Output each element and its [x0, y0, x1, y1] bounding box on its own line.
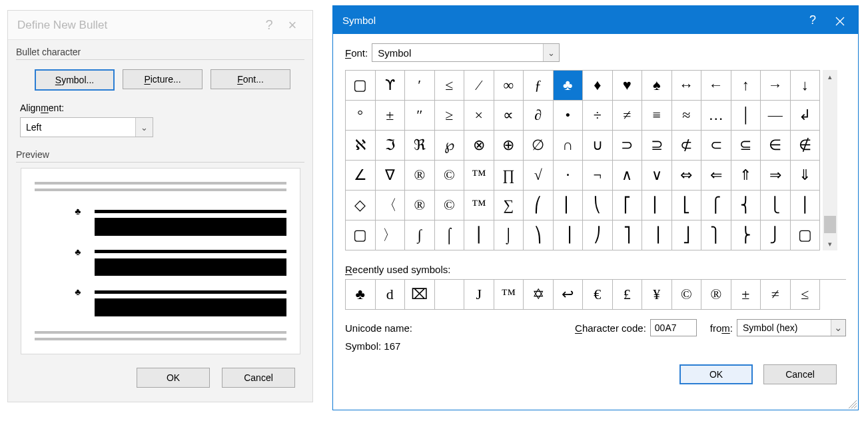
symbol-cell[interactable]: ⎥ — [642, 220, 672, 250]
resize-grip[interactable] — [847, 399, 857, 408]
symbol-cell[interactable]: ⎦ — [672, 220, 702, 250]
symbol-cell[interactable]: ⎫ — [701, 220, 731, 250]
symbol-cell[interactable]: ⎠ — [583, 220, 613, 250]
symbol-cell[interactable]: ⎬ — [731, 220, 761, 250]
recent-symbol-cell[interactable]: ↩ — [554, 280, 584, 310]
symbol-button[interactable]: Symbol... — [35, 69, 115, 91]
symbol-cell[interactable]: ⎟ — [554, 220, 584, 250]
recent-symbol-cell[interactable]: ± — [731, 280, 761, 310]
symbol-cell[interactable]: ∫ — [405, 220, 435, 250]
close-icon[interactable]: × — [279, 17, 306, 34]
symbol-cell[interactable]: ∩ — [554, 131, 584, 161]
from-combo[interactable]: Symbol (hex) ⌄ — [737, 319, 846, 336]
recent-symbol-cell[interactable]: ™ — [494, 280, 524, 310]
symbol-cell[interactable]: ⎩ — [761, 191, 791, 220]
recent-symbols-grid[interactable]: ♣d⌧ J™✡↩€£¥©®±≠≤ — [345, 279, 846, 310]
symbol-cell[interactable]: ↓ — [791, 71, 821, 101]
symbol-cell[interactable]: ⇒ — [761, 161, 791, 191]
symbol-cell[interactable]: ° — [346, 101, 376, 131]
symbol-cell[interactable]: ≈ — [672, 101, 702, 131]
symbol-cell[interactable]: ∈ — [761, 131, 791, 161]
cancel-button[interactable]: Cancel — [763, 364, 837, 384]
symbol-cell[interactable]: ⊕ — [494, 131, 524, 161]
symbol-cell[interactable]: ← — [701, 71, 731, 101]
symbol-cell[interactable]: ⎮ — [464, 220, 494, 250]
symbol-cell[interactable]: ⊄ — [672, 131, 702, 161]
symbol-cell[interactable]: ♥ — [613, 71, 643, 101]
scroll-up-icon[interactable]: ▴ — [823, 70, 837, 83]
recent-symbol-cell[interactable] — [435, 280, 465, 310]
symbol-cell[interactable]: ⎞ — [524, 220, 554, 250]
symbol-cell[interactable]: © — [435, 161, 465, 191]
recent-symbol-cell[interactable]: ✡ — [524, 280, 554, 310]
symbol-cell[interactable]: ▢ — [346, 71, 376, 101]
symbol-cell[interactable]: ∨ — [642, 161, 672, 191]
font-button[interactable]: Font... — [211, 69, 290, 89]
recent-symbol-cell[interactable]: € — [583, 280, 613, 310]
symbol-cell[interactable]: ℜ — [405, 131, 435, 161]
symbol-cell[interactable]: ↔ — [672, 71, 702, 101]
symbol-cell[interactable]: ⁄ — [464, 71, 494, 101]
symbol-cell[interactable]: ⇑ — [731, 161, 761, 191]
symbol-cell[interactable]: ℘ — [435, 131, 465, 161]
symbol-cell[interactable]: ⎢ — [642, 191, 672, 220]
symbol-cell[interactable]: ⇔ — [672, 161, 702, 191]
symbol-cell[interactable]: ƒ — [524, 71, 554, 101]
symbol-cell[interactable]: ℵ — [346, 131, 376, 161]
symbol-cell[interactable]: ∇ — [376, 161, 406, 191]
ok-button[interactable]: OK — [679, 364, 753, 384]
symbol-cell[interactable]: — — [761, 101, 791, 131]
symbol-cell[interactable]: ▢ — [346, 220, 376, 250]
help-icon[interactable]: ? — [259, 17, 279, 33]
symbol-cell[interactable]: ϒ — [376, 71, 406, 101]
symbol-cell[interactable]: ⇐ — [701, 161, 731, 191]
symbol-cell[interactable]: ↑ — [731, 71, 761, 101]
symbol-cell[interactable]: ∞ — [494, 71, 524, 101]
symbol-cell[interactable]: ∪ — [583, 131, 613, 161]
symbol-cell[interactable]: → — [761, 71, 791, 101]
scroll-thumb[interactable] — [824, 216, 836, 233]
symbol-cell[interactable]: ™ — [464, 161, 494, 191]
symbol-cell[interactable]: ℑ — [376, 131, 406, 161]
symbol-cell[interactable]: ∂ — [524, 101, 554, 131]
help-icon[interactable]: ? — [799, 13, 826, 27]
symbol-cell[interactable]: ↲ — [791, 101, 821, 131]
symbol-cell[interactable]: ⎣ — [672, 191, 702, 220]
scrollbar[interactable]: ▴ ▾ — [823, 70, 837, 250]
symbol-cell[interactable]: 〈 — [376, 191, 406, 220]
symbol-cell[interactable]: ≠ — [613, 101, 643, 131]
symbol-cell[interactable]: ⊆ — [731, 131, 761, 161]
symbol-cell[interactable]: ⊂ — [701, 131, 731, 161]
symbol-cell[interactable]: ⋅ — [554, 161, 584, 191]
symbol-cell[interactable]: ⎨ — [731, 191, 761, 220]
symbol-cell[interactable]: ◇ — [346, 191, 376, 220]
symbol-cell[interactable]: ♣ — [554, 71, 584, 101]
symbol-cell[interactable]: ′ — [405, 71, 435, 101]
symbol-cell[interactable]: ÷ — [583, 101, 613, 131]
symbol-cell[interactable]: │ — [731, 101, 761, 131]
symbol-cell[interactable]: ⎛ — [524, 191, 554, 220]
recent-symbol-cell[interactable]: ≠ — [761, 280, 791, 310]
symbol-cell[interactable]: ¬ — [583, 161, 613, 191]
symbol-cell[interactable]: ∠ — [346, 161, 376, 191]
recent-symbol-cell[interactable]: ® — [701, 280, 731, 310]
font-combo[interactable]: Symbol ⌄ — [372, 43, 560, 62]
recent-symbol-cell[interactable]: J — [464, 280, 494, 310]
symbol-cell[interactable]: ® — [405, 161, 435, 191]
symbol-cell[interactable]: ⌠ — [435, 220, 465, 250]
close-icon[interactable] — [826, 14, 854, 25]
symbol-cell[interactable]: ⎜ — [554, 191, 584, 220]
recent-symbol-cell[interactable]: d — [376, 280, 406, 310]
scroll-down-icon[interactable]: ▾ — [823, 237, 837, 250]
symbol-cell[interactable]: ⊃ — [613, 131, 643, 161]
symbol-cell[interactable]: ∏ — [494, 161, 524, 191]
symbol-cell[interactable]: ♦ — [583, 71, 613, 101]
symbol-cell[interactable]: ⎭ — [761, 220, 791, 250]
symbol-cell[interactable]: ″ — [405, 101, 435, 131]
symbol-cell[interactable]: ⎝ — [583, 191, 613, 220]
symbol-cell[interactable]: ≤ — [435, 71, 465, 101]
symbol-cell[interactable]: ♠ — [642, 71, 672, 101]
symbol-cell[interactable]: ® — [405, 191, 435, 220]
symbol-cell[interactable]: ⊗ — [464, 131, 494, 161]
symbol-cell[interactable]: ≡ — [642, 101, 672, 131]
